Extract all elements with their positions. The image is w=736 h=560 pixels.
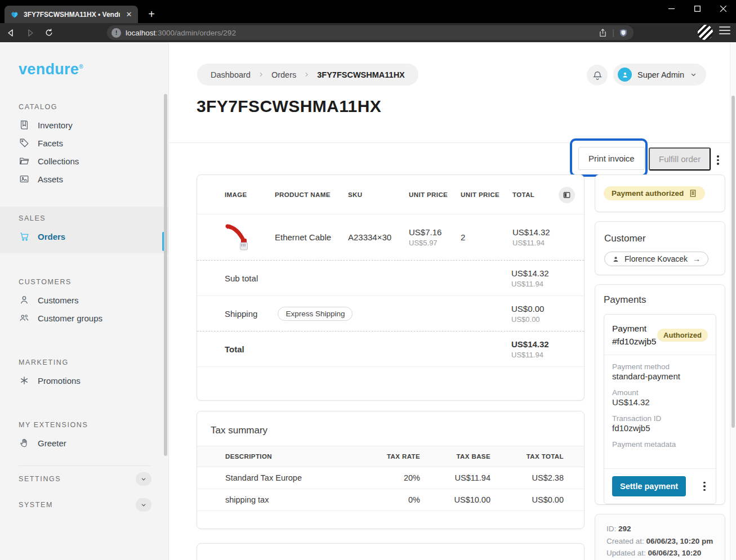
sidebar-section-catalog: CATALOG Inventory Facets Collections Ass… <box>0 103 168 188</box>
total-row: Total US$14.32 US$11.94 <box>197 331 584 367</box>
sidebar-item-assets[interactable]: Assets <box>0 170 168 188</box>
payment-status-badge: Authorized <box>657 329 708 342</box>
tab-title: 3FY7FSCWSHMA11HX • Vendure <box>24 11 120 19</box>
sidebar-section-settings[interactable]: SETTINGS <box>0 466 168 492</box>
main-content: Dashboard Orders 3FY7FSCWSHMA11HX Super … <box>169 42 736 560</box>
chevron-down-icon[interactable] <box>136 472 151 486</box>
customer-card-title: Customer <box>604 233 716 244</box>
back-button[interactable] <box>2 25 19 41</box>
payment-label: Payment <box>612 322 656 335</box>
window-minimize-button[interactable] <box>658 0 684 17</box>
customer-name: Florence Kovacek <box>625 254 688 263</box>
url-text: localhost:3000/admin/orders/292 <box>126 29 598 37</box>
total-value: US$14.32 US$11.94 <box>511 339 584 359</box>
order-lines-card: IMAGE PRODUCT NAME SKU UNIT PRICE UNIT P… <box>197 174 585 401</box>
section-label: SALES <box>19 214 168 222</box>
col-header-image: IMAGE <box>225 191 275 198</box>
customer-link[interactable]: Florence Kovacek → <box>604 252 708 266</box>
notifications-button[interactable] <box>587 65 608 86</box>
col-header-sku: SKU <box>348 191 409 198</box>
product-image <box>225 222 255 253</box>
browser-tab[interactable]: 3FY7FSCWSHMA11HX • Vendure ✕ <box>5 6 138 23</box>
sidebar-item-label: Orders <box>38 232 65 241</box>
shipping-value: US$0.00 US$0.00 <box>511 304 584 324</box>
column-picker-button[interactable] <box>559 187 575 203</box>
new-tab-button[interactable]: + <box>144 7 159 21</box>
person-icon <box>612 256 619 263</box>
toolbar-separator: | <box>612 28 614 37</box>
tax-description: shipping tax <box>225 495 350 504</box>
site-info-icon[interactable]: ! <box>111 28 121 38</box>
settle-payment-button[interactable]: Settle payment <box>612 476 686 496</box>
order-line-row: Ethernet Cable A23334×30 US$7.16 US$5.97… <box>197 214 584 261</box>
print-invoice-button[interactable]: Print invoice <box>578 147 645 170</box>
users-icon <box>19 313 29 324</box>
reload-button[interactable] <box>41 25 57 41</box>
col-header-unit-price: UNIT PRICE <box>409 191 461 198</box>
header-divider <box>169 142 736 143</box>
col-header-tax-rate: TAX RATE <box>350 453 420 460</box>
sidebar-item-inventory[interactable]: Inventory <box>0 116 168 134</box>
order-state-label: Payment authorized <box>612 189 684 198</box>
share-icon[interactable] <box>598 28 608 38</box>
bell-icon <box>592 70 603 80</box>
sidebar-section-my-extensions: MY EXTENSIONS Greeter <box>0 421 168 452</box>
breadcrumb-dashboard[interactable]: Dashboard <box>211 70 251 79</box>
user-menu[interactable]: Super Admin <box>613 64 706 86</box>
sidebar-item-greeter[interactable]: Greeter <box>0 434 168 452</box>
col-header-tax-total: TAX TOTAL <box>490 453 564 460</box>
unit-price: US$7.16 US$5.97 <box>409 227 461 247</box>
quantity: 2 <box>461 232 512 242</box>
forward-button[interactable] <box>21 25 38 41</box>
customer-card: Customer Florence Kovacek → <box>595 221 725 275</box>
payment-metadata-label: Payment metadata <box>612 440 708 449</box>
sidebar-item-collections[interactable]: Collections <box>0 152 168 170</box>
entity-info-card: ID: 292 Created at: 06/06/23, 10:20 pm U… <box>595 514 725 560</box>
page-scrollbar-thumb[interactable] <box>731 96 735 428</box>
total-label: Total <box>225 344 511 354</box>
sidebar-scrollbar[interactable] <box>164 94 167 456</box>
inventory-icon <box>19 120 29 131</box>
browser-window: 3FY7FSCWSHMA11HX • Vendure ✕ + ! localho… <box>0 0 736 560</box>
shipping-row: ShippingExpress Shipping US$0.00 US$0.00 <box>197 296 584 331</box>
window-close-button[interactable] <box>710 0 736 17</box>
tax-base: US$10.00 <box>420 495 490 504</box>
tab-close-icon[interactable]: ✕ <box>124 10 133 19</box>
breadcrumb-orders[interactable]: Orders <box>271 70 296 79</box>
sidebar-item-label: Promotions <box>38 376 81 386</box>
breadcrumb-separator-icon <box>258 71 264 78</box>
sidebar-item-label: Greeter <box>38 438 66 448</box>
sidebar-item-customers[interactable]: Customers <box>0 291 168 309</box>
url-bar[interactable]: ! localhost:3000/admin/orders/292 | <box>107 25 634 40</box>
shipping-method-badge: Express Shipping <box>278 307 353 321</box>
brave-shield-icon[interactable] <box>619 28 628 38</box>
chevron-down-icon[interactable] <box>136 498 151 512</box>
sidebar-item-promotions[interactable]: Promotions <box>0 371 168 389</box>
browser-profile-avatar[interactable] <box>698 25 713 40</box>
breadcrumb-separator-icon <box>304 71 310 78</box>
sidebar-section-system[interactable]: SYSTEM <box>0 492 168 518</box>
order-state-card: Payment authorized <box>595 174 725 212</box>
fulfill-order-button[interactable]: Fulfill order <box>649 147 711 171</box>
window-maximize-button[interactable] <box>684 0 710 17</box>
chevron-down-icon <box>690 71 697 78</box>
sidebar-item-customer-groups[interactable]: Customer groups <box>0 309 168 327</box>
user-name: Super Admin <box>637 70 684 79</box>
sidebar-item-facets[interactable]: Facets <box>0 134 168 152</box>
order-actions-kebab-icon[interactable] <box>715 153 721 167</box>
page-scrollbar[interactable] <box>730 42 736 560</box>
sidebar-section-customers: CUSTOMERS Customers Customer groups <box>0 278 168 327</box>
image-icon <box>19 174 29 185</box>
sidebar-item-label: Collections <box>38 156 79 166</box>
sidebar-item-orders[interactable]: Orders <box>0 227 168 245</box>
updated-at-label: Updated at: <box>606 549 646 557</box>
section-label: SYSTEM <box>19 501 53 509</box>
shipping-label: Shipping <box>225 309 257 319</box>
sidebar-item-label: Inventory <box>38 120 73 130</box>
payment-actions-kebab-icon[interactable] <box>701 480 708 494</box>
tax-rate: 0% <box>350 495 420 504</box>
asterisk-icon <box>19 375 29 386</box>
browser-menu-icon[interactable] <box>719 26 730 34</box>
tax-rate: 20% <box>350 473 420 482</box>
order-state-badge[interactable]: Payment authorized <box>604 186 705 200</box>
